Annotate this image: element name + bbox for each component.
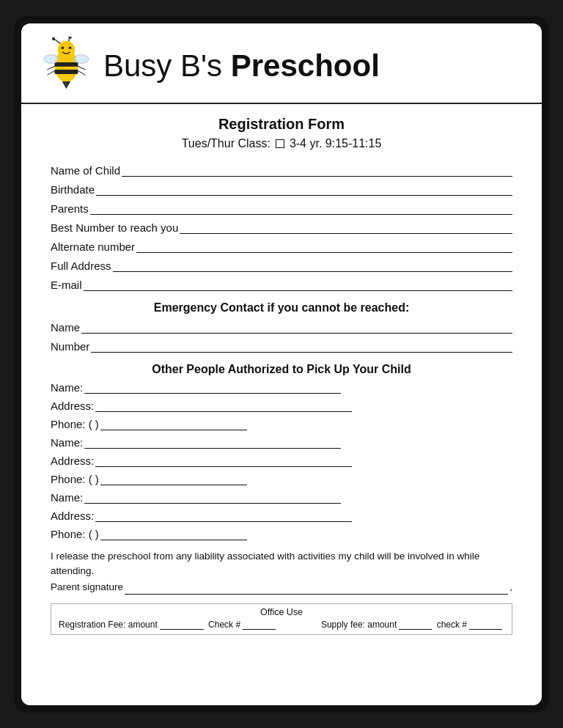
line-auth3-name (84, 490, 341, 504)
supply-check-label: check # (437, 619, 467, 630)
label-auth3-name: Name: (51, 491, 83, 504)
supply-check-line (469, 619, 502, 630)
signature-comma: , (509, 580, 512, 595)
class-info-suffix: 3-4 yr. 9:15-11:15 (290, 137, 381, 150)
authorized-group-3: Name: Address: Phone: ( ) (51, 490, 512, 540)
authorized-2-name: Name: (51, 435, 512, 449)
office-use-row: Registration Fee: amount Check # Supply … (59, 619, 504, 630)
authorized-1-name: Name: (51, 380, 512, 394)
authorized-1-phone: Phone: ( ) (51, 417, 512, 430)
svg-point-8 (62, 46, 65, 49)
line-auth3-phone (100, 527, 247, 540)
reg-fee-line (160, 619, 204, 630)
line-auth1-phone (100, 417, 247, 430)
line-parents (90, 202, 512, 215)
label-emergency-number: Number (51, 340, 89, 353)
label-birthdate: Birthdate (51, 183, 95, 196)
office-use-left: Registration Fee: amount Check # (59, 619, 278, 630)
school-title-bold: Preschool (231, 48, 380, 83)
school-title-normal: Busy B's (103, 48, 231, 83)
label-auth1-address: Address: (51, 400, 94, 412)
authorized-1-address: Address: (51, 399, 512, 412)
line-email (84, 278, 512, 291)
liability-text: I release the preschool from any liabili… (51, 549, 512, 595)
label-full-address: Full Address (51, 260, 111, 272)
emergency-fields: Name Number (51, 320, 512, 353)
authorized-2-phone: Phone: ( ) (51, 472, 512, 485)
signature-line (125, 581, 508, 595)
signature-label: Parent signature (51, 580, 123, 595)
line-birthdate (96, 183, 512, 196)
liability-statement: I release the preschool from any liabili… (51, 551, 479, 576)
svg-rect-5 (54, 62, 78, 66)
field-emergency-name: Name (51, 320, 512, 334)
label-parents: Parents (51, 202, 89, 215)
line-name-of-child (122, 163, 512, 177)
svg-point-10 (44, 54, 59, 63)
authorized-group-1: Name: Address: Phone: ( ) (51, 380, 512, 430)
svg-point-7 (58, 40, 75, 57)
supply-fee-line (399, 619, 432, 630)
authorized-3-phone: Phone: ( ) (51, 527, 512, 540)
reg-fee-label: Registration Fee: amount (59, 619, 158, 630)
authorized-heading: Other People Authorized to Pick Up Your … (51, 363, 512, 376)
svg-marker-12 (62, 81, 71, 89)
svg-point-1 (52, 37, 55, 40)
main-fields: Name of Child Birthdate Parents Best Num… (51, 163, 512, 291)
line-auth3-address (95, 509, 352, 522)
label-auth1-phone: Phone: ( ) (51, 418, 99, 430)
label-emergency-name: Name (51, 321, 80, 334)
line-auth2-phone (100, 472, 247, 485)
field-email: E-mail (51, 278, 512, 291)
supply-fee-label: Supply fee: amount (321, 619, 397, 630)
field-name-of-child: Name of Child (51, 163, 512, 177)
label-auth2-address: Address: (51, 455, 94, 467)
line-alternate-number (136, 240, 512, 253)
label-auth2-phone: Phone: ( ) (51, 473, 99, 485)
label-name-of-child: Name of Child (51, 164, 120, 177)
field-parents: Parents (51, 202, 512, 215)
svg-point-9 (69, 46, 72, 49)
line-auth2-name (84, 435, 341, 449)
line-best-number (180, 221, 512, 234)
field-emergency-number: Number (51, 339, 512, 353)
office-use-title: Office Use (59, 607, 504, 617)
class-info: Tues/Thur Class: 3-4 yr. 9:15-11:15 (51, 137, 512, 150)
authorized-2-address: Address: (51, 454, 512, 467)
svg-line-14 (47, 70, 56, 75)
check-line (243, 619, 276, 630)
label-auth2-name: Name: (51, 436, 83, 449)
svg-line-15 (77, 66, 86, 70)
label-auth3-address: Address: (51, 510, 94, 522)
line-emergency-name (81, 320, 512, 334)
label-best-number: Best Number to reach you (51, 221, 178, 234)
school-name: Busy B's Preschool (103, 48, 380, 84)
class-info-prefix: Tues/Thur Class: (182, 137, 271, 150)
label-alternate-number: Alternate number (51, 240, 135, 253)
office-use-box: Office Use Registration Fee: amount Chec… (51, 603, 512, 635)
authorized-group-2: Name: Address: Phone: ( ) (51, 435, 512, 485)
header-section: Busy B's Preschool (21, 23, 542, 104)
line-auth2-address (95, 454, 352, 467)
line-auth1-address (95, 399, 352, 412)
class-checkbox[interactable] (276, 139, 284, 148)
field-full-address: Full Address (51, 259, 512, 272)
label-email: E-mail (51, 279, 82, 291)
svg-point-11 (74, 54, 89, 63)
form-title: Registration Form (51, 116, 512, 133)
authorized-3-address: Address: (51, 509, 512, 522)
line-emergency-number (91, 339, 512, 353)
field-alternate-number: Alternate number (51, 240, 512, 253)
outer-border: Busy B's Preschool Registration Form Tue… (14, 16, 549, 713)
form-body: Registration Form Tues/Thur Class: 3-4 y… (21, 104, 542, 705)
bee-icon (36, 37, 95, 95)
authorized-3-name: Name: (51, 490, 512, 504)
office-use-right: Supply fee: amount check # (321, 619, 504, 630)
svg-line-13 (47, 66, 56, 70)
field-best-number: Best Number to reach you (51, 221, 512, 234)
inner-card: Busy B's Preschool Registration Form Tue… (21, 23, 542, 705)
label-auth3-phone: Phone: ( ) (51, 528, 99, 540)
field-birthdate: Birthdate (51, 183, 512, 196)
label-auth1-name: Name: (51, 381, 83, 394)
line-auth1-name (84, 380, 341, 394)
